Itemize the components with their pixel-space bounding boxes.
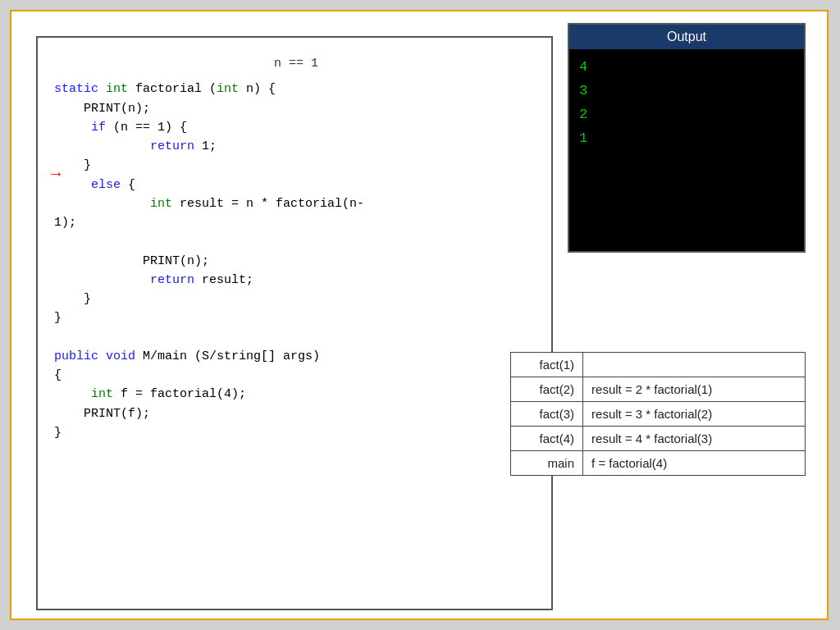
code-line-5: } — [54, 156, 538, 175]
code-area: n == 1 static int factorial (int n) { PR… — [46, 46, 546, 450]
stack-value-4: f = factorial(4) — [583, 451, 806, 476]
code-text-4a — [54, 139, 143, 153]
code-text-5: } — [54, 158, 91, 172]
table-row: fact(2) result = 2 * factorial(1) — [511, 377, 806, 402]
kw-int-3: int — [150, 197, 172, 211]
code-text-12: } — [54, 292, 91, 306]
code-line-4: return 1; — [54, 137, 538, 156]
output-line-1: 4 — [579, 56, 794, 80]
stack-value-0 — [583, 353, 806, 377]
code-line-16: { — [54, 366, 538, 385]
code-line-13: } — [54, 308, 538, 327]
code-line-18: PRINT(f); — [54, 404, 538, 423]
output-line-3: 2 — [579, 103, 794, 127]
code-text-2: PRINT(n); — [54, 102, 150, 116]
code-line-19: } — [54, 423, 538, 442]
stack-label-1: fact(2) — [511, 377, 583, 402]
code-text-11a — [54, 273, 143, 287]
stack-value-2: result = 3 * factorial(2) — [583, 402, 806, 427]
code-text-3b: (n == 1) { — [113, 121, 187, 135]
code-line-9 — [54, 232, 538, 251]
stack-label-0: fact(1) — [511, 353, 583, 377]
table-row: main f = factorial(4) — [511, 451, 806, 476]
code-rest-1b: n) { — [239, 82, 276, 96]
output-title: Output — [667, 30, 706, 43]
kw-else: else — [91, 178, 121, 192]
stack-label-4: main — [511, 451, 583, 476]
code-line-6: else { — [54, 176, 538, 194]
code-text-6a — [54, 178, 84, 192]
stack-label-3: fact(4) — [511, 427, 583, 451]
code-text-15b: M/main (S/string[] args) — [143, 349, 320, 363]
condition-text: n == 1 — [274, 57, 318, 71]
code-line-3: if (n == 1) { — [54, 118, 538, 137]
code-line-12: } — [54, 290, 538, 308]
table-row: fact(4) result = 4 * factorial(3) — [511, 427, 806, 451]
code-text-7a — [54, 197, 143, 211]
code-text-17b: f = factorial(4); — [121, 387, 246, 401]
code-line-2: PRINT(n); — [54, 99, 538, 118]
code-text-4b: 1; — [202, 139, 217, 153]
kw-int-4: int — [91, 387, 113, 401]
kw-public: public — [54, 349, 98, 363]
code-line-8: 1); — [54, 213, 538, 232]
call-stack-table: fact(1) fact(2) result = 2 * factorial(1… — [510, 352, 806, 476]
kw-void: void — [106, 349, 135, 363]
code-text-19: } — [54, 426, 62, 440]
kw-return-1: return — [150, 139, 194, 153]
stack-label-2: fact(3) — [511, 402, 583, 427]
code-text-6b: { — [128, 178, 135, 192]
code-text-11b: result; — [202, 273, 253, 287]
condition-label: n == 1 — [54, 54, 538, 73]
code-line-10: PRINT(n); — [54, 252, 538, 271]
code-text-10: PRINT(n); — [54, 254, 209, 268]
code-line-14 — [54, 328, 538, 347]
output-body: 4 3 2 1 — [569, 49, 804, 158]
output-line-2: 3 — [579, 80, 794, 103]
code-panel: → n == 1 static int factorial (int n) { … — [36, 36, 553, 610]
outer-border: → n == 1 static int factorial (int n) { … — [10, 10, 829, 620]
code-line-17: int f = factorial(4); — [54, 385, 538, 404]
output-panel: Output 4 3 2 1 — [568, 23, 806, 253]
kw-int-2: int — [217, 82, 239, 96]
code-rest-1: factorial ( — [135, 82, 217, 96]
kw-if: if — [91, 121, 106, 135]
code-line-7: int result = n * factorial(n- — [54, 194, 538, 213]
code-text-18: PRINT(f); — [54, 407, 150, 421]
table-row: fact(1) — [511, 353, 806, 377]
table-row: fact(3) result = 3 * factorial(2) — [511, 402, 806, 427]
code-text-8: 1); — [54, 216, 76, 230]
code-line-11: return result; — [54, 271, 538, 290]
code-text-7b: result = n * factorial(n- — [180, 197, 364, 211]
code-text-13: } — [54, 311, 62, 325]
stack-value-1: result = 2 * factorial(1) — [583, 377, 806, 402]
kw-return-2: return — [150, 273, 194, 287]
code-line-1: static int factorial (int n) { — [54, 80, 538, 98]
code-text-17a — [54, 387, 84, 401]
output-line-4: 1 — [579, 127, 794, 151]
code-text-16: { — [54, 368, 62, 382]
kw-int-1: int — [106, 82, 128, 96]
code-text-3a — [54, 121, 84, 135]
kw-static: static — [54, 82, 98, 96]
output-header: Output — [569, 25, 804, 49]
stack-value-3: result = 4 * factorial(3) — [583, 427, 806, 451]
code-line-15: public void M/main (S/string[] args) — [54, 347, 538, 366]
